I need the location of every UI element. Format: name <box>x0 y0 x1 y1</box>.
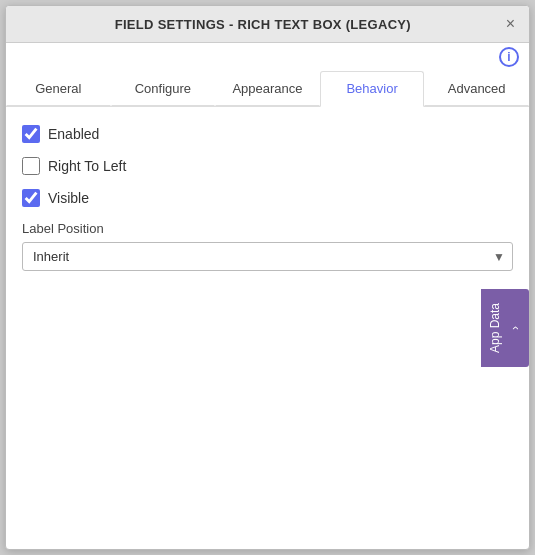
right-to-left-row: Right To Left <box>22 157 513 175</box>
dialog-header: FIELD SETTINGS - RICH TEXT BOX (LEGACY) … <box>6 6 529 43</box>
visible-label[interactable]: Visible <box>48 190 89 206</box>
tab-appearance[interactable]: Appearance <box>215 71 320 106</box>
right-to-left-checkbox[interactable] <box>22 157 40 175</box>
visible-checkbox[interactable] <box>22 189 40 207</box>
app-data-label: App Data <box>488 303 502 353</box>
enabled-label[interactable]: Enabled <box>48 126 99 142</box>
tab-configure[interactable]: Configure <box>111 71 216 106</box>
info-row: i <box>6 43 529 71</box>
label-position-wrapper: Inherit Top Left Right Bottom None ▼ <box>22 242 513 271</box>
enabled-checkbox[interactable] <box>22 125 40 143</box>
visible-row: Visible <box>22 189 513 207</box>
enabled-row: Enabled <box>22 125 513 143</box>
label-position-select[interactable]: Inherit Top Left Right Bottom None <box>22 242 513 271</box>
right-to-left-label[interactable]: Right To Left <box>48 158 126 174</box>
tab-advanced[interactable]: Advanced <box>424 71 529 106</box>
label-position-label: Label Position <box>22 221 513 236</box>
app-data-chevron: › <box>508 326 522 330</box>
tab-bar: General Configure Appearance Behavior Ad… <box>6 71 529 107</box>
behavior-content: Enabled Right To Left Visible Label Posi… <box>6 107 529 549</box>
tab-general[interactable]: General <box>6 71 111 106</box>
field-settings-dialog: FIELD SETTINGS - RICH TEXT BOX (LEGACY) … <box>5 5 530 550</box>
tab-behavior[interactable]: Behavior <box>320 71 425 107</box>
info-icon[interactable]: i <box>499 47 519 67</box>
close-button[interactable]: × <box>506 16 515 32</box>
dialog-title: FIELD SETTINGS - RICH TEXT BOX (LEGACY) <box>20 17 506 32</box>
app-data-button[interactable]: › App Data <box>481 289 529 367</box>
